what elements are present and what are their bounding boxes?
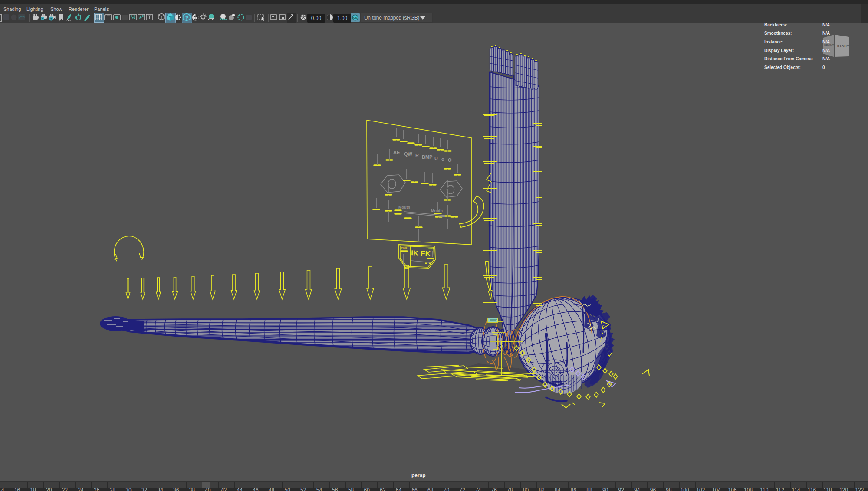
svg-text:FK: FK xyxy=(421,249,431,258)
svg-text:ON: ON xyxy=(353,16,357,19)
svg-text:AE: AE xyxy=(393,150,400,155)
svg-text:o: o xyxy=(441,157,444,162)
svg-text:O: O xyxy=(448,157,452,163)
svg-text:Mouth: Mouth xyxy=(431,209,443,213)
svg-text:RIGHT: RIGHT xyxy=(837,44,849,48)
svg-text:QW: QW xyxy=(404,151,413,157)
svg-text:FRONT: FRONT xyxy=(824,44,834,47)
svg-text:R: R xyxy=(415,153,419,158)
svg-text:IK: IK xyxy=(411,249,419,258)
svg-text:Visib: Visib xyxy=(428,247,435,250)
svg-text:U: U xyxy=(434,156,438,161)
svg-text:Visib: Visib xyxy=(401,246,408,249)
svg-text:Mouth: Mouth xyxy=(398,205,410,209)
svg-text:BMP: BMP xyxy=(422,154,432,160)
